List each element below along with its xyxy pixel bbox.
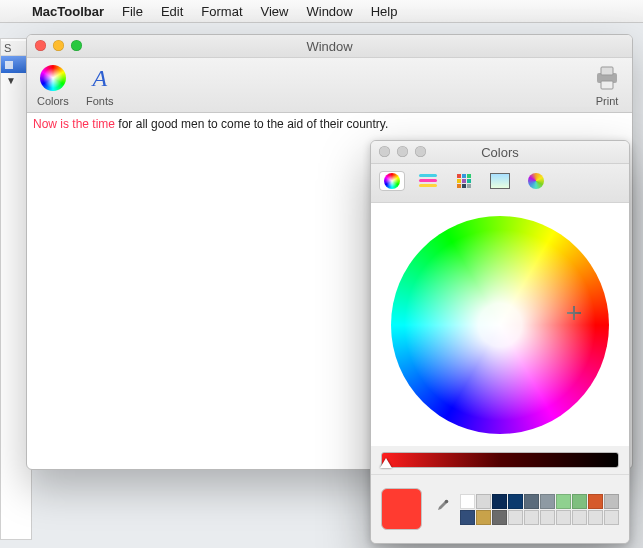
swatch-10[interactable]: [460, 510, 475, 525]
color-wheel[interactable]: [391, 216, 609, 434]
swatch-1[interactable]: [476, 494, 491, 509]
swatch-11[interactable]: [476, 510, 491, 525]
fonts-tool[interactable]: A Fonts: [85, 63, 115, 107]
color-picker-mode-tabs: [371, 164, 629, 203]
swatch-area: [371, 474, 629, 543]
color-wheel-tab[interactable]: [379, 171, 405, 191]
swatch-6[interactable]: [556, 494, 571, 509]
swatch-18[interactable]: [588, 510, 603, 525]
menu-help[interactable]: Help: [371, 4, 398, 19]
swatch-9[interactable]: [604, 494, 619, 509]
swatch-0[interactable]: [460, 494, 475, 509]
menu-format[interactable]: Format: [201, 4, 242, 19]
brightness-row: [371, 446, 629, 474]
color-sliders-tab[interactable]: [415, 171, 441, 191]
colors-tool-label: Colors: [37, 95, 69, 107]
crayons-icon: [528, 173, 544, 189]
brightness-slider[interactable]: [381, 452, 619, 468]
menu-edit[interactable]: Edit: [161, 4, 183, 19]
image-icon: [490, 173, 510, 189]
color-palettes-tab[interactable]: [451, 171, 477, 191]
brightness-slider-thumb[interactable]: [380, 458, 392, 468]
menu-view[interactable]: View: [261, 4, 289, 19]
swatch-2[interactable]: [492, 494, 507, 509]
menu-file[interactable]: File: [122, 4, 143, 19]
colors-panel-titlebar: Colors: [371, 141, 629, 164]
swatch-14[interactable]: [524, 510, 539, 525]
color-wheel-icon: [38, 63, 68, 93]
swatch-3[interactable]: [508, 494, 523, 509]
minimize-window-button[interactable]: [53, 40, 64, 51]
app-menu[interactable]: MacToolbar: [32, 4, 104, 19]
crayons-tab[interactable]: [523, 171, 549, 191]
text-highlighted-span: Now is the time: [33, 117, 115, 131]
swatch-15[interactable]: [540, 510, 555, 525]
color-wheel-icon: [384, 173, 400, 189]
color-wheel-area: [371, 203, 629, 446]
swatch-13[interactable]: [508, 510, 523, 525]
swatch-5[interactable]: [540, 494, 555, 509]
swatch-19[interactable]: [604, 510, 619, 525]
text-content-area[interactable]: Now is the time for all good men to come…: [27, 113, 632, 137]
svg-marker-0: [5, 61, 13, 69]
colors-tool[interactable]: Colors: [37, 63, 69, 107]
menu-window[interactable]: Window: [306, 4, 352, 19]
colors-zoom-button[interactable]: [415, 146, 426, 157]
system-menubar: MacToolbar File Edit Format View Window …: [0, 0, 643, 23]
swatch-grid: [460, 494, 619, 525]
window-title: Window: [306, 39, 352, 54]
text-rest-span: for all good men to come to the aid of t…: [115, 117, 388, 131]
sliders-icon: [419, 174, 437, 188]
colors-panel-traffic-lights: [379, 146, 426, 157]
swatch-16[interactable]: [556, 510, 571, 525]
svg-point-4: [445, 500, 449, 504]
current-color-swatch[interactable]: [381, 488, 422, 530]
colors-panel: Colors: [370, 140, 630, 544]
colors-minimize-button[interactable]: [397, 146, 408, 157]
print-tool[interactable]: Print: [592, 63, 622, 107]
swatch-8[interactable]: [588, 494, 603, 509]
eyedropper-button[interactable]: [432, 499, 450, 519]
swatch-17[interactable]: [572, 510, 587, 525]
colors-panel-title: Colors: [481, 145, 519, 160]
swatch-12[interactable]: [492, 510, 507, 525]
swatch-4[interactable]: [524, 494, 539, 509]
svg-rect-2: [601, 67, 613, 75]
swatch-7[interactable]: [572, 494, 587, 509]
close-window-button[interactable]: [35, 40, 46, 51]
print-tool-label: Print: [596, 95, 619, 107]
palette-icon: [457, 174, 471, 188]
font-icon: A: [85, 63, 115, 93]
printer-icon: [592, 63, 622, 93]
fonts-tool-label: Fonts: [86, 95, 114, 107]
window-titlebar: Window: [27, 35, 632, 58]
window-toolbar: Colors A Fonts Print: [27, 58, 632, 113]
svg-rect-3: [601, 81, 613, 89]
colors-close-button[interactable]: [379, 146, 390, 157]
image-palettes-tab[interactable]: [487, 171, 513, 191]
color-wheel-crosshair: [567, 306, 581, 320]
traffic-lights: [35, 40, 82, 51]
zoom-window-button[interactable]: [71, 40, 82, 51]
